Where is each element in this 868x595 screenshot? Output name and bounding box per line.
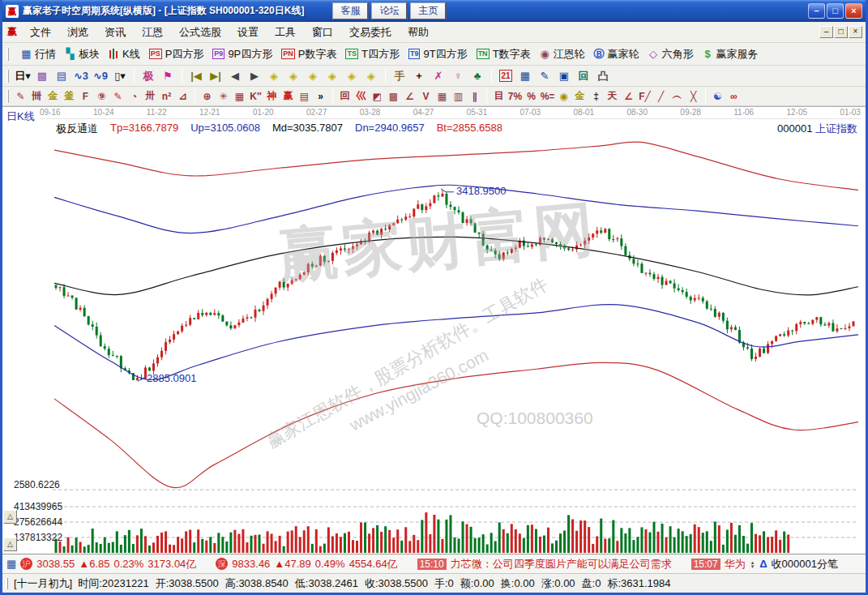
stat-bars-button[interactable]: 目 [491,89,507,104]
percent-button[interactable]: % [524,89,539,104]
infinity-icon[interactable]: ∞ [726,89,742,104]
calculator-button[interactable]: ▦ [516,68,534,84]
diamond-expand-all-button[interactable]: ◈ [362,68,380,84]
red-pen-button[interactable]: ✎ [110,89,126,104]
diamond-expand-h-button[interactable]: ◈ [304,68,322,84]
menu-trade[interactable]: 交易委托 [341,24,400,41]
save-button[interactable]: ▣ [555,68,573,84]
forum-link-button[interactable]: 论坛 [371,2,408,19]
notes-button[interactable]: ✎ [536,68,554,84]
price-pane-expand-button[interactable]: △ [3,510,17,524]
compass-button[interactable]: ⊕ [199,89,215,104]
hash-grid-button[interactable]: 卅 [143,89,158,104]
news-scroll-spinner[interactable]: ▴▾ [751,560,755,568]
menu-file[interactable]: 文件 [22,24,59,41]
percent-lines-button[interactable]: %= [540,89,555,104]
gold-grid-2-button[interactable]: 釜 [62,89,77,104]
menu-browse[interactable]: 浏览 [59,24,96,41]
sectors-button[interactable]: ▚ 板块 [65,47,100,62]
grid-lines-button[interactable]: 卌 [29,89,45,104]
v-lines-button[interactable]: V [418,89,434,104]
color-bars-button[interactable]: ⚑ [159,68,177,84]
p-square-button[interactable]: PS P四方形 [149,47,204,62]
angle-lines-button[interactable]: ∠ [402,89,417,104]
tick-panel-label[interactable]: 收000001分笔 [772,557,838,571]
parallel-lines-button[interactable]: ∥ [467,89,482,104]
tian-grid-button[interactable]: 天 [605,89,620,104]
web-box-button[interactable]: ▩ [386,89,401,104]
next-bar-button[interactable]: ▶ [246,68,263,84]
news-ticker-text[interactable]: 力芯微：公司四季度圆片产能可以满足公司需求 [451,557,672,571]
yinyang-ball-icon[interactable]: ☯ [710,89,725,104]
n-square-button[interactable]: n² [159,89,174,104]
minimize-button[interactable]: – [808,3,825,19]
gold-circle-button[interactable]: ◉ [556,89,571,104]
crosshair-button[interactable]: + [410,68,428,84]
fan-box-button[interactable]: ◩ [370,89,385,104]
cycle-clock-button[interactable]: ◔ [126,89,142,104]
menu-tools[interactable]: 工具 [267,24,304,41]
close-button[interactable]: × [845,3,862,19]
angle-flag-button[interactable]: ⊿ [175,89,190,104]
gold-grid-button[interactable]: 金 [45,89,61,104]
shen-grid-button[interactable]: 神 [264,89,280,104]
t-square-button[interactable]: TS T四方形 [345,47,399,62]
ying-grid-button[interactable]: 赢 [280,89,296,104]
box-grid-button[interactable]: ▥ [451,89,466,104]
diamond-shrink-left-button[interactable]: ◈ [265,68,283,84]
volume-pane-expand-button[interactable]: △ [3,537,17,551]
k-mark-button[interactable]: K″ [248,89,263,104]
news-ticker-text[interactable]: 华为 [725,557,746,571]
speed-line-button[interactable]: ╱ [653,89,669,104]
period-label[interactable]: 日K线 [6,109,35,124]
candle-style-dropdown-button[interactable]: ▯▾ [111,68,129,84]
wave-9-button[interactable]: ∿9 [92,68,109,84]
menu-window[interactable]: 窗口 [304,24,341,41]
ruler-grid-button[interactable]: ▤ [297,89,312,104]
gold-lines-button[interactable]: 金 [572,89,588,104]
draw-pen-button[interactable]: ✎ [13,89,28,104]
fan-lines-button[interactable]: 巛 [353,89,369,104]
frame-tool-button[interactable]: 回 [337,89,353,104]
table-grid-button[interactable]: ▦ [434,89,450,104]
mdi-close-button[interactable]: × [849,26,862,38]
maximize-button[interactable]: □ [827,3,844,19]
export-image-button[interactable]: 回 [575,68,592,84]
mdi-restore-button[interactable]: □ [834,26,848,38]
sz-index-value[interactable]: 9833.46 [232,558,270,570]
homepage-link-button[interactable]: 主页 [410,2,447,19]
web-grid-button[interactable]: ▦ [232,89,247,104]
last-screen-button[interactable]: ▶| [207,68,224,84]
percent-7-button[interactable]: 7% [507,89,523,104]
p-number-table-button[interactable]: PN P数字表 [281,47,336,62]
mdi-minimize-button[interactable]: – [819,26,833,38]
pan-hand-button[interactable]: 手 [391,68,408,84]
figure-tool-button[interactable]: ♀ [449,68,467,84]
diamond-expand-v-button[interactable]: ◈ [343,68,361,84]
sh-index-value[interactable]: 3038.55 [36,558,75,570]
winner-service-button[interactable]: $ 赢家服务 [703,47,759,62]
first-screen-button[interactable]: |◀ [187,68,205,84]
candle-pen-button[interactable]: ‡ [588,89,604,104]
kline-chart-canvas[interactable] [2,107,866,554]
print-button[interactable]: 凸 [594,68,612,84]
nine-t-square-button[interactable]: T9 9T四方形 [408,47,468,62]
gann-wheel-button[interactable]: ◉ 江恩轮 [540,47,585,62]
hexagon-button[interactable]: ◇ 六角形 [648,47,694,62]
gann-line-button[interactable]: ╳ [686,89,701,104]
t-number-table-button[interactable]: TN T数字表 [477,47,531,62]
menu-help[interactable]: 帮助 [400,24,437,41]
knot-tool-button[interactable]: ♣ [468,68,486,84]
jifan-channel-button[interactable]: 极 [139,68,157,84]
nine-p-square-button[interactable]: P9 9P四方形 [212,47,272,62]
diamond-expand-right-button[interactable]: ◈ [284,68,302,84]
prev-bar-button[interactable]: ◀ [226,68,244,84]
menu-formula-stockpick[interactable]: 公式选股 [171,24,229,41]
pattern-window-button[interactable]: ▩ [33,68,51,84]
mark-x-button[interactable]: ✗ [430,68,447,84]
diamond-compress-button[interactable]: ◈ [323,68,341,84]
period-day-dropdown-button[interactable]: 日▾ [14,68,32,84]
winner-wheel-button[interactable]: Ⓑ 赢家轮 [594,47,639,62]
arc-line-button[interactable]: ︵ [669,89,685,104]
support-link-button[interactable]: 客服 [332,2,369,19]
